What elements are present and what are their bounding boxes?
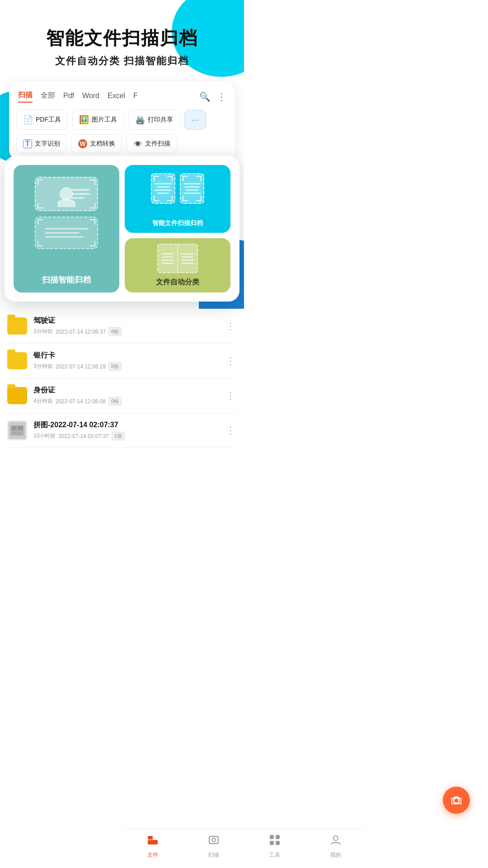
file-meta: 3分钟前 2022-07-14 12:06:37 0份: [33, 327, 218, 336]
file-info: 银行卡 3分钟前 2022-07-14 12:06:19 0份: [33, 351, 218, 371]
print-tool-icon: 🖨️: [135, 115, 145, 125]
image-tool-button[interactable]: 🖼️ 图片工具: [72, 110, 124, 130]
doc-convert-icon: W: [78, 139, 87, 148]
file-name: 驾驶证: [33, 316, 218, 326]
smart-scan-label: 智能文件扫描归档: [152, 219, 203, 227]
svg-rect-1: [11, 426, 17, 430]
file-name: 银行卡: [33, 351, 218, 360]
doc-convert-label: 文档转换: [90, 140, 115, 148]
search-icon[interactable]: 🔍: [199, 91, 211, 102]
book-right: [178, 245, 197, 272]
tab-all[interactable]: 全部: [41, 91, 55, 102]
doc-lines: [45, 228, 88, 238]
pdf-tool-icon: 📄: [23, 115, 33, 125]
smart-scan-cell[interactable]: 智能文件扫描归档: [125, 165, 230, 233]
file-time: 4分钟前: [33, 397, 53, 405]
ocr-text-button[interactable]: T 文字识别: [16, 134, 67, 153]
file-categorize-cell[interactable]: 文件自动分类: [125, 238, 230, 292]
page-subtitle: 文件自动分类 扫描智能归档: [18, 54, 226, 68]
tab-icons: 🔍 ⋮: [199, 91, 226, 102]
scan-archive-label: 扫描智能归档: [42, 274, 91, 285]
thumb-inner: [9, 422, 26, 439]
tab-pdf[interactable]: Pdf: [63, 92, 74, 102]
file-time: 3分钟前: [33, 328, 53, 335]
file-item[interactable]: 身份证 4分钟前 2022-07-14 12:06:08 0份 ⋮: [7, 378, 237, 413]
file-info: 驾驶证 3分钟前 2022-07-14 12:06:37 0份: [33, 316, 218, 336]
file-badge: 0份: [108, 327, 122, 336]
tab-scan[interactable]: 扫描: [18, 90, 33, 103]
book-icon: [157, 244, 198, 273]
page-title: 智能文件扫描归档: [18, 27, 226, 49]
pdf-tool-label: PDF工具: [36, 116, 61, 124]
tab-f[interactable]: F: [133, 92, 138, 102]
svg-rect-2: [18, 426, 23, 430]
tab-word[interactable]: Word: [82, 92, 99, 102]
popup-card: 扫描智能归档: [5, 156, 239, 302]
file-info: 拼图-2022-07-14 02:07:37 10小时前 2022-07-14 …: [33, 420, 218, 440]
image-tool-icon: 🖼️: [79, 115, 89, 125]
more-tool-button[interactable]: ⋯: [184, 110, 206, 130]
file-name: 身份证: [33, 386, 218, 395]
file-badge: 0份: [108, 397, 122, 406]
file-scan-button[interactable]: 👁️ 文件扫描: [127, 134, 177, 153]
file-time: 3分钟前: [33, 363, 53, 370]
tool-row-1: 📄 PDF工具 🖼️ 图片工具 🖨️ 打印共享 ⋯: [16, 110, 228, 130]
app-card: 扫描 全部 Pdf Word Excel F 🔍 ⋮ 📄 PDF工具 🖼️ 图片…: [9, 81, 235, 160]
file-info: 身份证 4分钟前 2022-07-14 12:06:08 0份: [33, 386, 218, 406]
doc-convert-button[interactable]: W 文档转换: [71, 134, 122, 153]
tab-bar: 扫描 全部 Pdf Word Excel F 🔍 ⋮: [16, 90, 228, 103]
tab-excel[interactable]: Excel: [108, 92, 125, 102]
file-item[interactable]: 拼图-2022-07-14 02:07:37 10小时前 2022-07-14 …: [7, 413, 237, 448]
file-date: 2022-07-14 12:06:37: [56, 329, 106, 335]
print-tool-label: 打印共享: [148, 116, 173, 124]
folder-icon: [7, 352, 27, 369]
file-meta: 3分钟前 2022-07-14 12:06:19 0份: [33, 362, 218, 371]
svg-rect-3: [11, 431, 23, 435]
file-more-button[interactable]: ⋮: [224, 319, 237, 333]
popup-right-column: 智能文件扫描归档: [125, 165, 230, 292]
file-doc-icon-2: [180, 173, 204, 204]
person-avatar: [60, 187, 73, 201]
file-date: 2022-07-14 12:06:08: [56, 398, 106, 405]
file-more-button[interactable]: ⋮: [224, 388, 237, 403]
file-list: 驾驶证 3分钟前 2022-07-14 12:06:37 0份 ⋮ 银行卡 3分…: [0, 309, 244, 448]
file-scan-icon: 👁️: [133, 140, 142, 148]
file-scan-label: 文件扫描: [145, 140, 170, 148]
book-left: [158, 245, 178, 272]
file-badge: 1张: [112, 432, 125, 440]
id-card-icon: [35, 177, 98, 211]
header-section: 智能文件扫描归档 文件自动分类 扫描智能归档: [0, 0, 244, 81]
file-name: 拼图-2022-07-14 02:07:37: [33, 420, 218, 430]
file-meta: 10小时前 2022-07-14 02:07:37 1张: [33, 432, 218, 440]
popup-grid: 扫描智能归档: [14, 165, 230, 292]
scan-archive-cell[interactable]: 扫描智能归档: [14, 165, 119, 292]
ocr-text-icon: T: [23, 139, 32, 148]
file-item[interactable]: 银行卡 3分钟前 2022-07-14 12:06:19 0份 ⋮: [7, 344, 237, 378]
file-thumbnail: [7, 420, 27, 440]
print-tool-button[interactable]: 🖨️ 打印共享: [128, 110, 180, 130]
folder-icon: [7, 317, 27, 335]
image-tool-label: 图片工具: [92, 116, 117, 124]
file-date: 2022-07-14 02:07:37: [58, 433, 108, 439]
file-time: 10小时前: [33, 432, 56, 440]
id-card-lines: [72, 189, 90, 199]
file-more-button[interactable]: ⋮: [224, 423, 237, 438]
more-tool-icon: ⋯: [191, 115, 199, 125]
file-date: 2022-07-14 12:06:19: [56, 363, 106, 370]
file-item[interactable]: 驾驶证 3分钟前 2022-07-14 12:06:37 0份 ⋮: [7, 309, 237, 344]
file-badge: 0份: [108, 362, 122, 371]
file-meta: 4分钟前 2022-07-14 12:06:08 0份: [33, 397, 218, 406]
doc-scan-icon: [35, 217, 98, 249]
folder-icon: [7, 387, 27, 404]
file-icons-row: [151, 173, 204, 204]
ocr-row: T 文字识别 W 文档转换 👁️ 文件扫描: [16, 134, 228, 153]
file-doc-icon-1: [151, 173, 175, 204]
file-categorize-label: 文件自动分类: [156, 278, 199, 287]
file-more-button[interactable]: ⋮: [224, 354, 237, 368]
ocr-text-label: 文字识别: [35, 140, 60, 148]
pdf-tool-button[interactable]: 📄 PDF工具: [16, 110, 68, 130]
scan-icons: [21, 172, 112, 249]
more-icon[interactable]: ⋮: [217, 91, 226, 102]
